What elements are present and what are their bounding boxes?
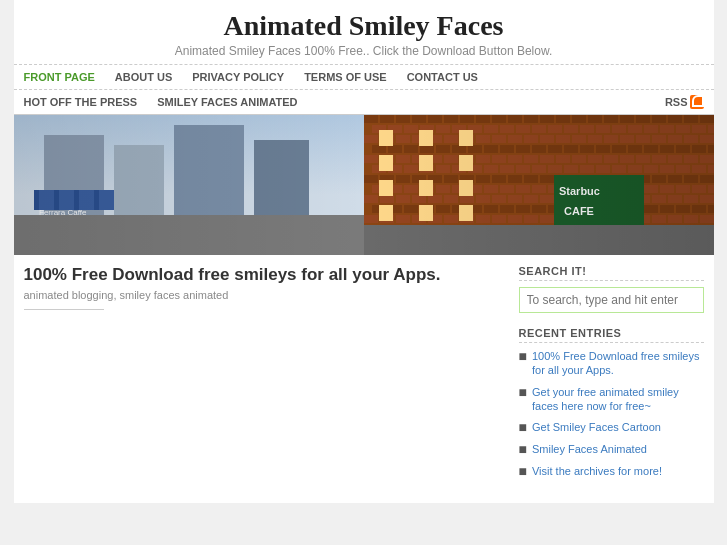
nav-privacy-policy[interactable]: PRIVACY POLICY [192, 71, 284, 83]
main-nav: FRONT PAGE ABOUT US PRIVACY POLICY TERMS… [14, 65, 714, 90]
hero-canvas [14, 115, 714, 255]
secondary-nav-left: HOT OFF THE PRESS SMILEY FACES ANIMATED [24, 96, 298, 108]
search-section: SEARCH IT! [519, 265, 704, 313]
rss-label[interactable]: RSS [665, 95, 704, 109]
entry-bullet: ■ [519, 384, 527, 400]
recent-entries-heading: RECENT ENTRIES [519, 327, 704, 343]
recent-entry-4: ■ Visit the archives for more! [519, 464, 704, 479]
recent-entry-3: ■ Smiley Faces Animated [519, 442, 704, 457]
nav-contact-us[interactable]: CONTACT US [407, 71, 478, 83]
entry-bullet: ■ [519, 441, 527, 457]
search-heading: SEARCH IT! [519, 265, 704, 281]
recent-entry-1: ■ Get your free animated smiley faces he… [519, 385, 704, 414]
sec-nav-smiley-animated[interactable]: SMILEY FACES ANIMATED [157, 96, 297, 108]
entry-link[interactable]: Get your free animated smiley faces here… [532, 385, 704, 414]
article-tags: animated blogging, smiley faces animated [24, 289, 504, 301]
article-divider [24, 309, 104, 310]
article-title: 100% Free Download free smileys for all … [24, 265, 504, 285]
nav-front-page[interactable]: FRONT PAGE [24, 71, 95, 83]
content-wrapper: 100% Free Download free smileys for all … [14, 255, 714, 503]
recent-entries-list: ■ 100% Free Download free smileys for al… [519, 349, 704, 479]
hero-image [14, 115, 714, 255]
recent-entry-2: ■ Get Smiley Faces Cartoon [519, 420, 704, 435]
entry-bullet: ■ [519, 348, 527, 364]
entry-link[interactable]: 100% Free Download free smileys for all … [532, 349, 704, 378]
entry-link[interactable]: Get Smiley Faces Cartoon [532, 420, 661, 434]
search-input[interactable] [519, 287, 704, 313]
site-tagline: Animated Smiley Faces 100% Free.. Click … [14, 44, 714, 58]
entry-bullet: ■ [519, 463, 527, 479]
nav-about-us[interactable]: ABOUT US [115, 71, 172, 83]
site-header: Animated Smiley Faces Animated Smiley Fa… [14, 0, 714, 65]
entry-bullet: ■ [519, 419, 527, 435]
recent-entries-section: RECENT ENTRIES ■ 100% Free Download free… [519, 327, 704, 479]
secondary-nav: HOT OFF THE PRESS SMILEY FACES ANIMATED … [14, 90, 714, 115]
recent-entry-0: ■ 100% Free Download free smileys for al… [519, 349, 704, 378]
site-title: Animated Smiley Faces [14, 10, 714, 42]
entry-link[interactable]: Smiley Faces Animated [532, 442, 647, 456]
nav-terms-of-use[interactable]: TERMS OF USE [304, 71, 387, 83]
entry-link[interactable]: Visit the archives for more! [532, 464, 662, 478]
main-content: 100% Free Download free smileys for all … [24, 265, 519, 493]
sidebar: SEARCH IT! RECENT ENTRIES ■ 100% Free Do… [519, 265, 704, 493]
rss-icon [690, 95, 704, 109]
sec-nav-hot-press[interactable]: HOT OFF THE PRESS [24, 96, 138, 108]
